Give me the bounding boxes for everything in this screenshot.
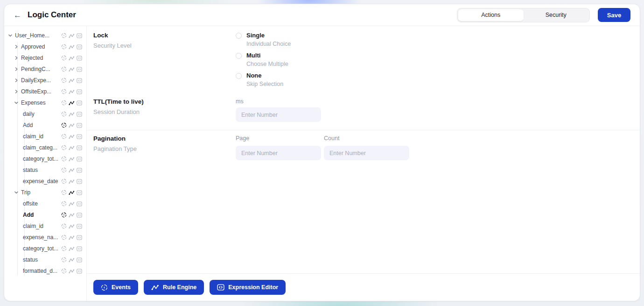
radio-button[interactable] [236,53,242,59]
back-arrow-icon[interactable]: ← [14,11,21,19]
expression-editor-icon[interactable] [77,145,82,150]
tree-item[interactable]: formatted_d... [4,265,86,277]
chevron-right-icon[interactable] [14,56,21,60]
tree-item[interactable]: daily [4,108,86,120]
events-icon[interactable] [61,201,67,206]
events-icon[interactable] [61,55,67,61]
tree-item[interactable]: category_tot... [4,243,86,254]
expression-editor-icon[interactable] [77,44,82,50]
chevron-right-icon[interactable] [14,67,21,71]
rule-engine-icon[interactable] [69,89,75,94]
events-icon[interactable] [61,246,67,251]
rule-engine-icon[interactable] [69,168,75,173]
chevron-down-icon[interactable] [8,33,15,38]
chevron-down-icon[interactable] [14,100,21,105]
lock-option-single[interactable]: SingleIndividual Choice [236,32,640,47]
rule-engine-icon[interactable] [69,33,75,38]
expression-editor-icon[interactable] [77,235,82,240]
expression-editor-icon[interactable] [77,134,82,139]
tree-item[interactable]: claim_id [4,221,86,232]
events-icon[interactable] [61,268,67,274]
events-button[interactable]: Events [93,280,138,295]
expression-editor-icon[interactable] [77,112,82,117]
chevron-down-icon[interactable] [14,190,21,195]
expression-editor-icon[interactable] [77,257,82,263]
rule-engine-icon[interactable] [69,100,75,106]
events-icon[interactable] [61,134,67,139]
rule-engine-icon[interactable] [69,78,75,83]
tab-actions[interactable]: Actions [458,9,524,21]
rule-engine-icon[interactable] [69,145,75,150]
tree-item[interactable]: Expenses [4,97,86,108]
events-icon[interactable] [61,156,67,162]
rule-engine-icon[interactable] [69,190,75,195]
tree-item[interactable]: OffsiteExp... [4,86,86,97]
rule-engine-icon[interactable] [69,134,75,139]
events-icon[interactable] [61,66,67,72]
tree-item[interactable]: User_Home... [4,30,86,41]
events-icon[interactable] [61,33,67,38]
rule-engine-icon[interactable] [69,235,75,240]
expression-editor-icon[interactable] [77,33,82,38]
chevron-right-icon[interactable] [14,78,21,83]
tree-item[interactable]: Add [4,209,86,221]
rule-engine-icon[interactable] [69,269,75,274]
rule-engine-icon[interactable] [69,56,75,61]
expression-editor-icon[interactable] [77,213,82,218]
events-icon[interactable] [61,167,67,173]
radio-button[interactable] [236,33,242,39]
expression-editor-icon[interactable] [77,56,82,61]
expression-editor-icon[interactable] [77,157,82,162]
events-icon[interactable] [61,100,67,106]
tab-security[interactable]: Security [524,9,589,21]
expression-editor-button[interactable]: Expression Editor [210,280,286,295]
tree-item[interactable]: PendingC... [4,64,86,75]
rule-engine-icon[interactable] [69,257,75,263]
events-icon[interactable] [61,89,67,94]
tree-item[interactable]: Approved [4,41,86,52]
tree-item[interactable]: Trip [4,187,86,198]
tree-item[interactable]: claim_id [4,131,86,142]
events-icon[interactable] [61,78,67,83]
rule-engine-button[interactable]: Rule Engine [144,280,204,295]
rule-engine-icon[interactable] [69,201,75,206]
tree-item[interactable]: expense_na... [4,232,86,243]
expression-editor-icon[interactable] [77,179,82,184]
events-icon[interactable] [61,44,67,50]
events-icon[interactable] [61,122,67,128]
lock-option-multi[interactable]: MultiChoose Multiple [236,52,640,67]
ttl-input[interactable] [236,107,321,122]
expression-editor-icon[interactable] [77,246,82,251]
rule-engine-icon[interactable] [69,179,75,184]
expression-editor-icon[interactable] [77,123,82,128]
rule-engine-icon[interactable] [69,123,75,128]
events-icon[interactable] [61,145,67,150]
tree-item[interactable]: offsite [4,198,86,209]
rule-engine-icon[interactable] [69,213,75,218]
radio-button[interactable] [236,73,242,79]
lock-option-none[interactable]: NoneSkip Selection [236,72,640,87]
count-input[interactable] [324,146,409,160]
events-icon[interactable] [61,111,67,117]
chevron-right-icon[interactable] [14,89,21,94]
tree-item[interactable]: status [4,164,86,176]
tree-item[interactable]: DailyExpe... [4,75,86,86]
expression-editor-icon[interactable] [77,168,82,173]
rule-engine-icon[interactable] [69,112,75,117]
tree-item[interactable]: status [4,254,86,265]
expression-editor-icon[interactable] [77,224,82,229]
events-icon[interactable] [61,223,67,229]
events-icon[interactable] [61,235,67,240]
expression-editor-icon[interactable] [77,201,82,206]
events-icon[interactable] [61,212,67,218]
expression-editor-icon[interactable] [77,67,82,72]
rule-engine-icon[interactable] [69,67,75,72]
expression-editor-icon[interactable] [77,89,82,94]
rule-engine-icon[interactable] [69,224,75,229]
events-icon[interactable] [61,178,67,184]
tree-item[interactable]: category_tot... [4,153,86,164]
expression-editor-icon[interactable] [77,78,82,83]
events-icon[interactable] [61,190,67,195]
tree-item[interactable]: Add [4,120,86,131]
events-icon[interactable] [61,257,67,263]
